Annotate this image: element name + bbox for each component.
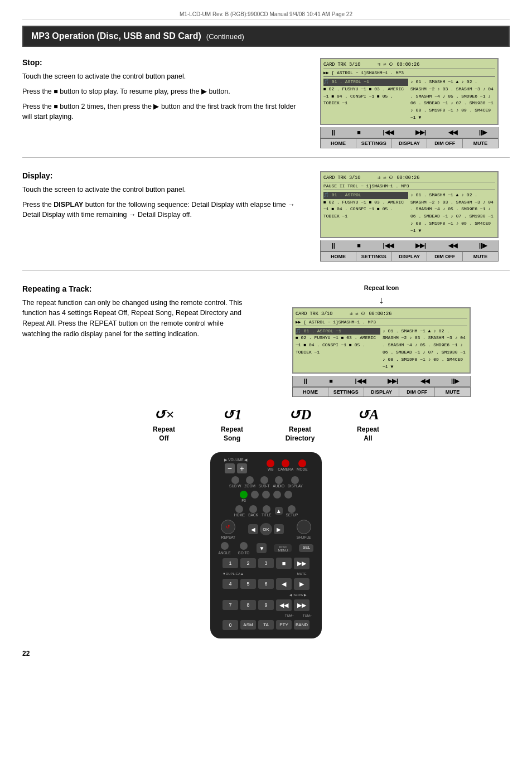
lcd3-next-btn[interactable]: ▶▶| xyxy=(388,378,398,385)
remote-vol-minus-btn[interactable]: − xyxy=(225,463,235,473)
lcd2-pause-btn[interactable]: || xyxy=(332,242,335,249)
remote-4-btn[interactable]: 4 xyxy=(223,579,238,589)
remote-camera-btn[interactable] xyxy=(282,459,289,467)
lcd1-left-row-2: ■ 02 . FUSHYU ~1 xyxy=(323,86,366,91)
remote-stop-btn[interactable]: ■ xyxy=(276,558,292,569)
lcd1-stop-btn[interactable]: ■ xyxy=(357,129,361,136)
remote-sel-btn[interactable]: SEL xyxy=(299,544,313,552)
lcd2-ff-btn[interactable]: ||▶ xyxy=(479,242,487,249)
repeat-section: Repeating a Track: The repeat function c… xyxy=(22,284,510,638)
remote-2-btn[interactable]: 2 xyxy=(240,558,256,568)
lcd3-dimoff-btn[interactable]: DIM OFF xyxy=(399,388,435,396)
lcd2-mute-btn[interactable]: MUTE xyxy=(463,252,498,261)
repeat-icons-row: ↺× Repeat Off ↺1 Repeat Song ↺D Repeat D… xyxy=(22,406,510,443)
lcd3-pause-btn[interactable]: || xyxy=(304,378,307,385)
remote-6-btn[interactable]: 6 xyxy=(258,579,274,589)
lcd1-display-btn[interactable]: DISPLAY xyxy=(392,139,428,148)
lcd3-left-row-4: ■ 04 . CONSPI ~1 xyxy=(303,342,346,347)
remote-back-btn[interactable] xyxy=(249,505,257,513)
repeat-off-item: ↺× Repeat Off xyxy=(139,406,189,443)
remote-mode-btn[interactable] xyxy=(298,459,306,467)
remote-shuffle-btn[interactable] xyxy=(297,520,311,534)
remote-title-btn[interactable] xyxy=(263,505,270,513)
lcd3-settings-btn[interactable]: SETTINGS xyxy=(328,388,364,396)
remote-rew-btn[interactable]: ◀◀ xyxy=(276,599,292,611)
lcd1-settings-btn[interactable]: SETTINGS xyxy=(356,139,392,148)
remote-goto-btn[interactable] xyxy=(240,542,248,550)
repeat-all-item: ↺A Repeat All xyxy=(343,406,393,443)
remote-repeat-btn[interactable]: ↺ xyxy=(221,520,235,534)
lcd1-dimoff-btn[interactable]: DIM OFF xyxy=(427,139,463,148)
lcd3-stop-btn[interactable]: ■ xyxy=(329,378,333,385)
remote-band-btn[interactable]: BAND xyxy=(294,620,309,630)
display-section: Display: Touch the screen to activate th… xyxy=(22,171,510,271)
lcd2-next-btn[interactable]: ▶▶| xyxy=(415,242,426,249)
remote-vol-plus-btn[interactable]: + xyxy=(237,463,247,473)
remote-play-btn[interactable]: ◀ xyxy=(276,578,292,590)
lcd2-display-btn[interactable]: DISPLAY xyxy=(392,252,428,261)
remote-asm-btn[interactable]: ASM xyxy=(240,620,256,630)
remote-bottom-row: 0 ASM TA PTY BAND xyxy=(215,620,317,630)
lcd3-prev-btn[interactable]: |◀◀ xyxy=(355,378,365,385)
lcd1-prev-btn[interactable]: |◀◀ xyxy=(383,129,393,136)
remote-ff2-btn[interactable]: ▶▶ xyxy=(294,558,309,569)
remote-wb-btn[interactable] xyxy=(267,459,274,467)
remote-r2b5[interactable] xyxy=(284,491,292,499)
lcd2-prev-btn[interactable]: |◀◀ xyxy=(383,242,393,249)
remote-home-btn[interactable] xyxy=(235,505,243,513)
lcd2-settings-btn[interactable]: SETTINGS xyxy=(356,252,392,261)
remote-setup-btn[interactable] xyxy=(288,505,296,513)
remote-audio-btn[interactable] xyxy=(275,476,283,484)
remote-zoom-btn[interactable] xyxy=(246,476,254,484)
remote-pty-btn[interactable]: PTY xyxy=(276,620,292,630)
remote-r2b3[interactable] xyxy=(262,491,270,499)
lcd1-ff-btn[interactable]: ||▶ xyxy=(479,129,487,136)
remote-8-btn[interactable]: 8 xyxy=(240,600,256,610)
lcd3-ff-btn[interactable]: ||▶ xyxy=(451,378,459,385)
remote-down-btn[interactable]: ▼ xyxy=(257,543,267,553)
remote-r2b4[interactable] xyxy=(273,491,281,499)
remote-display-btn[interactable] xyxy=(291,476,299,484)
remote-subt-btn[interactable] xyxy=(260,476,268,484)
remote-angle-btn[interactable] xyxy=(221,542,229,550)
lcd2-home-btn[interactable]: HOME xyxy=(321,252,356,261)
lcd3-right-row-5: ♪ 05 . SMD9E6 ~1 xyxy=(415,342,458,347)
lcd2-right-row-5: ♪ 05 . SMD9E6 ~1 xyxy=(443,206,486,211)
lcd1-rew-btn[interactable]: ◀◀ xyxy=(448,129,457,136)
remote-left-btn[interactable]: ◀ xyxy=(248,524,258,534)
remote-row2: F3 xyxy=(215,491,317,502)
lcd2-dimoff-btn[interactable]: DIM OFF xyxy=(427,252,463,261)
remote-7-btn[interactable]: 7 xyxy=(223,600,238,610)
lcd1-home-btn[interactable]: HOME xyxy=(321,139,356,148)
remote-discmenu-btn[interactable]: DISCMENU xyxy=(274,544,292,552)
lcd1-mute-btn[interactable]: MUTE xyxy=(463,139,498,148)
lcd2-rew-btn[interactable]: ◀◀ xyxy=(448,242,457,249)
lcd3-home-btn[interactable]: HOME xyxy=(293,388,328,396)
remote-up-btn[interactable]: ▲ xyxy=(275,507,283,515)
remote-play2-btn[interactable]: ▶ xyxy=(294,578,309,590)
lcd3-rew-btn[interactable]: ◀◀ xyxy=(420,378,429,385)
remote-5-btn[interactable]: 5 xyxy=(240,579,256,589)
lcd1-pause-btn[interactable]: || xyxy=(332,129,335,136)
remote-r2b2[interactable] xyxy=(251,491,259,499)
remote-ff3-btn[interactable]: ▶▶ xyxy=(294,599,309,611)
lcd3-top-text: CARD TRK 3/10 ⇉ ⇌ ⏲ 00:00:26 xyxy=(296,311,391,317)
remote-right-btn[interactable]: ▶ xyxy=(274,524,284,534)
repeat-directory-name: Repeat Directory xyxy=(275,425,325,443)
lcd2-right-row-1: ♪ 01 . SMASHM ~1 ▲ xyxy=(410,192,458,197)
lcd3-display-btn[interactable]: DISPLAY xyxy=(364,388,400,396)
repeat-text: Repeating a Track: The repeat function c… xyxy=(22,284,244,344)
remote-subw-btn[interactable] xyxy=(231,476,239,484)
lcd3-mute-btn[interactable]: MUTE xyxy=(435,388,470,396)
remote-slow-label-row: ◀ SLOW ▶ xyxy=(215,593,317,597)
remote-ta-btn[interactable]: TA xyxy=(258,620,274,630)
remote-0-btn[interactable]: 0 xyxy=(223,620,238,630)
lcd2-stop-btn[interactable]: ■ xyxy=(357,242,361,249)
remote-ok-btn[interactable]: OK xyxy=(260,523,272,535)
remote-9-btn[interactable]: 9 xyxy=(258,600,274,610)
lcd1-next-btn[interactable]: ▶▶| xyxy=(415,129,426,136)
remote-f3-btn[interactable] xyxy=(240,491,248,499)
lcd1-top-text: CARD TRK 3/10 ⇉ ⇌ ⏲ 00:00:26 xyxy=(323,61,419,67)
remote-1-btn[interactable]: 1 xyxy=(223,558,238,568)
remote-3-btn[interactable]: 3 xyxy=(258,558,274,568)
